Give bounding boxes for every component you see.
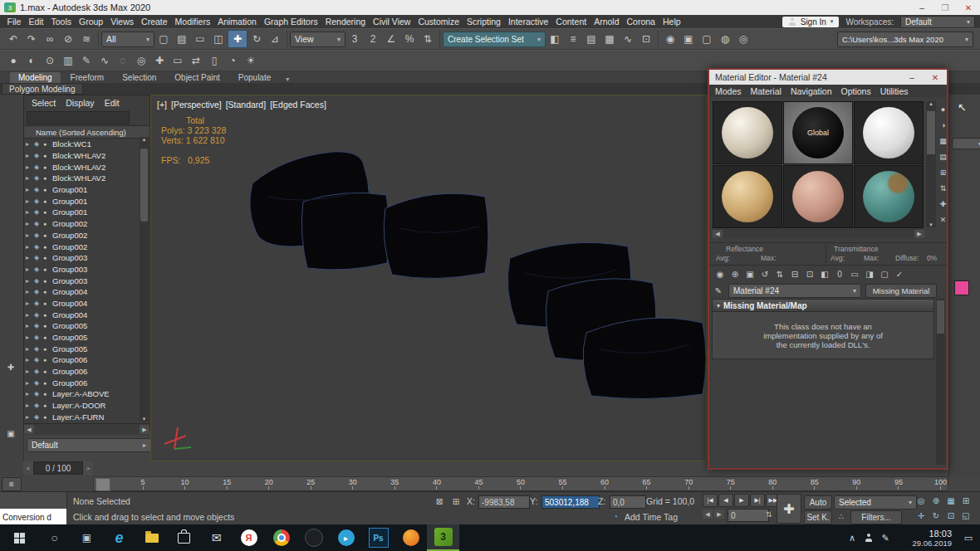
background-icon[interactable]: ▦ — [938, 133, 948, 149]
material-editor-menu-item[interactable]: Options — [841, 86, 871, 96]
material-editor-menu-item[interactable]: Modes — [715, 86, 742, 96]
key-filters-icon[interactable]: ∴ — [834, 510, 849, 523]
create-selection-set-dropdown[interactable]: Create Selection Set▾ — [443, 32, 546, 47]
set-key-button[interactable]: Set K. — [804, 510, 832, 524]
expand-arrow-icon[interactable]: ▸ — [26, 197, 34, 205]
filters-button[interactable]: Filters... — [850, 510, 902, 524]
go-forward-icon[interactable]: ◨ — [862, 267, 877, 280]
maximize-button[interactable]: ❐ — [933, 0, 957, 15]
y-coordinate-field[interactable]: 503012,188 — [541, 495, 600, 509]
reference-coordinate-dropdown[interactable]: View▾ — [290, 32, 345, 47]
panel-dropdown[interactable]: ▾ — [952, 138, 980, 149]
visibility-icon[interactable]: ● — [43, 414, 52, 420]
select-object-icon[interactable]: ▢ — [154, 31, 173, 47]
unlink-selection-icon[interactable]: ⊘ — [59, 31, 77, 47]
range-prev-button[interactable]: < — [23, 461, 33, 475]
selection-filter-dropdown[interactable]: All▾ — [101, 32, 154, 47]
select-and-scale-icon[interactable]: ⊿ — [266, 31, 284, 47]
swap-icon[interactable]: ⇄ — [187, 52, 205, 69]
frame-range-value[interactable]: 0 / 100 — [33, 461, 83, 475]
taskbar-telegram[interactable]: ▸ — [330, 524, 362, 551]
scene-node-row[interactable]: ▸ ◈ ● Group003 — [24, 275, 149, 286]
scene-node-row[interactable]: ▸ ◈ ● Group006 — [24, 377, 149, 388]
timeline-tick[interactable]: 75 — [730, 478, 731, 490]
prev-frame-spinner[interactable]: ◀ — [703, 510, 713, 519]
zoom-icon[interactable]: ◎ — [914, 494, 929, 507]
scene-node-row[interactable]: ▸ ◈ ● Group002 — [24, 230, 149, 241]
timeline-tick[interactable]: 100 — [940, 478, 941, 490]
menu-item[interactable]: Civil View — [370, 17, 414, 27]
slots-vertical-scrollbar[interactable]: ▲ ▼ — [926, 101, 936, 227]
render-iterative-icon[interactable]: ◎ — [734, 31, 752, 47]
visibility-icon[interactable]: ● — [43, 334, 52, 340]
select-cursor-icon[interactable]: ↖ — [958, 101, 967, 114]
sample-type-icon[interactable]: ● — [938, 101, 948, 117]
scroll-left-icon[interactable]: ◀ — [24, 425, 34, 434]
search-button[interactable]: ○ — [38, 524, 71, 551]
expand-arrow-icon[interactable]: ▸ — [26, 413, 34, 421]
menu-item[interactable]: Graph Editors — [260, 17, 321, 27]
material-id-icon[interactable]: ⊡ — [802, 267, 817, 280]
node-label[interactable]: Group006 — [52, 355, 87, 364]
taskbar-mail[interactable]: ✉ — [200, 524, 233, 551]
node-label[interactable]: Group003 — [52, 276, 87, 285]
slots-horizontal-scrollbar[interactable]: ◀ ▶ — [713, 229, 924, 239]
visibility-icon[interactable]: ● — [43, 153, 52, 158]
maximize-viewport-icon[interactable]: ◱ — [958, 509, 973, 522]
tab-populate[interactable]: Populate — [230, 72, 279, 83]
expand-arrow-icon[interactable]: ▸ — [26, 220, 34, 227]
select-by-name-icon[interactable]: ▤ — [173, 31, 191, 47]
ring-icon[interactable]: ◌ — [114, 52, 132, 69]
rectangular-selection-icon[interactable]: ▭ — [191, 31, 209, 47]
expand-arrow-icon[interactable]: ▸ — [26, 390, 34, 397]
frame-spinner-icon[interactable]: ⇅ — [766, 510, 772, 519]
expand-arrow-icon[interactable]: ▸ — [26, 163, 34, 171]
select-link-icon[interactable]: ∞ — [41, 31, 59, 47]
taskbar-chrome[interactable] — [265, 524, 297, 551]
play-icon[interactable]: ▶ — [734, 494, 749, 507]
visibility-icon[interactable]: ● — [43, 187, 52, 193]
scene-node-row[interactable]: ▸ ◈ ● Group002 — [24, 218, 149, 230]
generate-preview-icon[interactable]: ⇅ — [938, 180, 948, 196]
taskbar-orange-app[interactable] — [394, 524, 427, 551]
undo-icon[interactable]: ↶ — [4, 31, 22, 47]
visibility-icon[interactable]: ● — [43, 278, 52, 284]
menu-item[interactable]: Scripting — [463, 17, 505, 27]
expand-arrow-icon[interactable]: ▸ — [26, 208, 34, 216]
expand-arrow-icon[interactable]: ▸ — [26, 311, 34, 319]
lamp-icon[interactable]: ☀ — [242, 52, 260, 69]
open-mini-curve-editor-button[interactable]: ≡ — [2, 477, 22, 491]
render-setup-icon[interactable]: ▣ — [679, 31, 698, 47]
timeline-tick[interactable]: 95 — [898, 478, 899, 490]
workspaces-dropdown[interactable]: Default ▾ — [900, 16, 975, 28]
panel-icon[interactable]: ▯ — [205, 52, 223, 69]
menu-select[interactable]: Select — [32, 98, 56, 108]
sample-slot-4[interactable] — [713, 165, 782, 228]
snap-toggle-3d-icon[interactable]: 3 — [345, 31, 364, 47]
scroll-down-icon[interactable]: ▼ — [926, 222, 936, 227]
menu-display[interactable]: Display — [66, 98, 94, 108]
viewport-pov-menu[interactable]: [Perspective] — [171, 100, 222, 110]
expand-arrow-icon[interactable]: ▸ — [26, 243, 34, 251]
ribbon-config-icon[interactable]: ▾ — [281, 76, 294, 83]
menu-item[interactable]: Content — [552, 17, 590, 27]
sample-slot-5[interactable] — [783, 165, 853, 228]
graphite-toggle-icon[interactable]: ▦ — [600, 31, 619, 47]
spinner-snap-icon[interactable]: ⇅ — [419, 31, 437, 47]
visibility-icon[interactable]: ● — [43, 312, 52, 318]
material-editor-menu-item[interactable]: Utilities — [880, 86, 909, 96]
sample-slot-1[interactable] — [713, 101, 782, 164]
timeline-tick[interactable]: 15 — [227, 478, 228, 490]
pan-icon[interactable]: ✛ — [914, 509, 929, 522]
absolute-mode-icon[interactable]: ⊞ — [448, 495, 463, 508]
start-button[interactable] — [0, 524, 38, 551]
timeline-tick[interactable]: 85 — [814, 478, 815, 490]
time-slider-ruler[interactable]: 0510152025303540455055606570758085909510… — [93, 476, 948, 491]
visibility-icon[interactable]: ● — [43, 380, 52, 386]
expand-arrow-icon[interactable]: ▸ — [26, 174, 34, 182]
menu-item[interactable]: Corona — [623, 17, 659, 27]
options-icon[interactable]: ✚ — [938, 196, 948, 212]
menu-item[interactable]: Customize — [414, 17, 463, 27]
node-label[interactable]: Group002 — [52, 242, 87, 251]
node-label[interactable]: Layer:A-FURN — [52, 412, 104, 422]
